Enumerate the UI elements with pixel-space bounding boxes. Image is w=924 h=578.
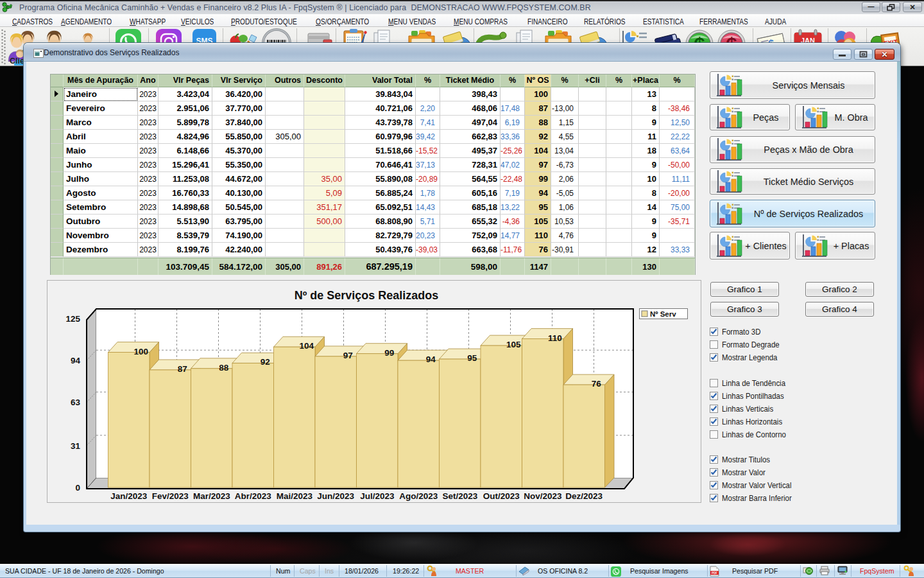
svg-text:95: 95: [467, 353, 477, 363]
svg-text:97: 97: [343, 351, 353, 360]
svg-text:Abr/2023: Abr/2023: [235, 491, 272, 501]
svg-text:Mai/2023: Mai/2023: [277, 491, 313, 501]
svg-text:94: 94: [426, 355, 436, 364]
svg-text:76: 76: [592, 379, 602, 389]
svg-text:Out/2023: Out/2023: [483, 491, 520, 501]
svg-text:31: 31: [71, 441, 81, 451]
svg-text:125: 125: [65, 314, 80, 324]
svg-text:Set/2023: Set/2023: [442, 491, 477, 501]
svg-text:110: 110: [548, 333, 562, 343]
svg-text:Fev/2023: Fev/2023: [152, 491, 189, 501]
svg-text:0: 0: [75, 483, 80, 493]
svg-text:Mar/2023: Mar/2023: [193, 491, 230, 501]
svg-text:Ago/2023: Ago/2023: [399, 491, 438, 501]
svg-text:105: 105: [506, 340, 521, 349]
svg-text:94: 94: [71, 356, 81, 365]
svg-text:Dez/2023: Dez/2023: [565, 491, 603, 501]
svg-text:Nº Serv: Nº Serv: [650, 310, 676, 318]
svg-text:100: 100: [134, 347, 149, 356]
svg-text:87: 87: [178, 364, 187, 374]
svg-text:99: 99: [384, 348, 394, 358]
svg-text:92: 92: [261, 357, 270, 367]
svg-text:PDF: PDF: [712, 572, 717, 575]
svg-text:104: 104: [300, 341, 314, 351]
svg-text:88: 88: [219, 363, 229, 372]
svg-text:Nº de Serviços Realizados: Nº de Serviços Realizados: [295, 289, 439, 302]
svg-text:Jun/2023: Jun/2023: [317, 491, 354, 501]
svg-text:Jan/2023: Jan/2023: [110, 491, 148, 501]
svg-text:63: 63: [71, 398, 81, 407]
svg-text:Nov/2023: Nov/2023: [524, 491, 562, 501]
svg-text:Jul/2023: Jul/2023: [360, 491, 395, 501]
